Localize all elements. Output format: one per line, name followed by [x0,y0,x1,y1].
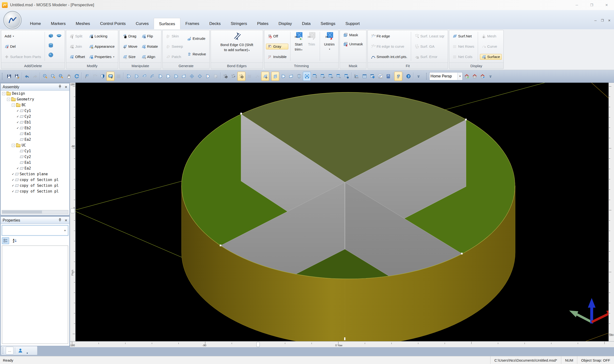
tab-plates[interactable]: Plates [252,18,274,29]
mdi-minimize-button[interactable]: ─ [594,19,597,22]
unmask-button[interactable]: ✘Unmask [341,41,365,47]
tree-item-bc[interactable]: -BC [1,102,69,108]
tree-item-ea2[interactable]: ✓Ea2 [1,166,69,171]
snap-cube-button[interactable] [394,72,402,81]
pts-fit-button[interactable]: ✕✕✕ [230,72,237,81]
save-as-button[interactable] [13,72,21,81]
assembly-close-icon[interactable]: ✕ [65,85,67,89]
tree-check-icon[interactable]: ✓ [16,126,20,130]
tree-item-ea1[interactable]: Ea1 [1,160,69,166]
table-dim-button[interactable] [327,72,335,81]
help-button[interactable]: ? [404,72,412,81]
alphabetical-sort-button[interactable]: AZ [11,237,18,244]
shield-button[interactable] [99,72,106,81]
tree-item-copy-of-section-pl[interactable]: ✓copy of Section pl [1,183,69,188]
window-close-button[interactable]: ✕ [599,0,614,10]
tree-item-eb2[interactable]: ✓Eb2 [1,125,69,131]
tree-item-cy2[interactable]: Cy2 [1,154,69,160]
add-button[interactable]: Add▾ [3,33,43,39]
scrollbar-thumb[interactable] [2,210,42,213]
smooth-int-ctrl-pts-button[interactable]: Smooth int.ctrl.pts. [369,54,409,60]
shield-panel-button[interactable] [303,72,311,81]
mdi-restore-button[interactable]: ❐ [601,19,604,22]
tree-item-ea2[interactable]: Ea2 [1,137,69,143]
surf-rows-button[interactable] [132,72,140,81]
off-button[interactable]: Off [266,33,288,39]
mask-button[interactable]: Mask [341,32,365,38]
chevron-down-icon[interactable]: ▼ [457,73,462,80]
fit-edge-button[interactable]: ✕✕✕Fit edge [369,33,409,39]
properties-close-icon[interactable]: ✕ [65,219,67,222]
properties-button[interactable]: iProperties▾ [87,54,116,60]
chart-axes-button[interactable] [353,72,361,81]
rotate-button[interactable]: Rotate [140,44,160,49]
table-shield-button[interactable] [342,72,350,81]
toolbar-grip[interactable] [2,73,4,80]
mesh-cell-button[interactable] [196,72,204,81]
surf-d2-button[interactable] [279,72,287,81]
surf-profile-button[interactable] [148,72,156,81]
extrude-button[interactable]: Extrude [185,36,208,41]
tab-markers[interactable]: Markers [46,18,70,29]
add-bowl-button[interactable] [55,32,63,40]
surface-button[interactable]: Surface [480,54,501,60]
flag-pts-button[interactable] [261,72,269,81]
3d-scene[interactable] [76,83,609,341]
tree-item-cy1[interactable]: Cy1 [1,148,69,154]
tree-item-design[interactable]: -Design [1,91,69,96]
status-object-snap[interactable]: Object Snap: OFF [577,356,614,364]
tree-expander-icon[interactable]: - [12,144,15,147]
flip-button[interactable]: HFlip [140,33,160,39]
tree-check-icon[interactable]: ✓ [12,190,15,193]
view-combobox[interactable]: ▼ [429,72,463,80]
tab-frames[interactable]: Frames [180,18,204,29]
offset-button[interactable]: Offset [68,54,87,60]
surf-corner2-button[interactable] [287,72,295,81]
tab-support[interactable]: Support [340,18,365,29]
tab-meshes[interactable]: Meshes [71,18,95,29]
bond-edge-c0-shift-to-add-surface-button[interactable]: Bond Edge C0 (Shiftto add surface)▾ [212,31,261,62]
chevron-down-icon[interactable]: ▼ [62,229,68,232]
render-view-button[interactable] [106,72,114,81]
surf-net-flag-button[interactable] [83,72,91,81]
properties-combobox-input[interactable] [2,226,62,234]
tab-data[interactable]: Data [297,18,316,29]
gray-button[interactable]: Gray [266,44,288,49]
pts-show-button[interactable]: ✕✕✕ [237,72,245,81]
more-button[interactable] [415,72,422,81]
pan-button[interactable] [65,72,73,81]
table-wave-button[interactable] [335,72,342,81]
tree-item-ea1[interactable]: Ea1 [1,131,69,137]
undo-button[interactable] [23,72,31,81]
surf-half-button[interactable] [140,72,148,81]
zoom-out-button[interactable] [49,72,57,81]
tab-stringers[interactable]: Stringers [226,18,252,29]
invisible-button[interactable]: Invisible [266,54,288,60]
locking-button[interactable]: Locking [87,33,116,39]
tree-item-cy2[interactable]: ✓Cy2 [1,114,69,119]
tree-expander-icon[interactable]: - [2,92,5,95]
surf-trim-button[interactable] [204,72,211,81]
assembly-tree-scrollbar[interactable] [2,210,68,214]
move-button[interactable]: Move [121,44,139,49]
tab-curves[interactable]: Curves [131,18,154,29]
calculator-button[interactable] [384,72,392,81]
view-combobox-input[interactable] [430,73,457,80]
shield-stripe-button[interactable] [295,72,303,81]
surf-net-button[interactable]: Surf.Net [451,33,476,39]
tab-settings[interactable]: Settings [316,18,340,29]
tree-check-icon[interactable]: ✓ [12,178,15,182]
tree-expander-icon[interactable]: - [7,98,10,101]
tab-control-points[interactable]: Control Points [95,18,131,29]
toolbar-grip[interactable] [3,347,4,354]
tree-item-copy-of-section-pl[interactable]: ✓copy of Section pl [1,177,69,183]
window-maximize-button[interactable]: ❐ [584,0,599,10]
more-button[interactable] [486,72,494,81]
pin-icon[interactable] [58,85,62,89]
properties-object-combobox[interactable]: ▼ [2,225,68,235]
table-pts-button[interactable]: ✕✕ [311,72,319,81]
add-cube-button[interactable] [47,32,55,40]
tree-check-icon[interactable]: ✓ [16,167,20,170]
table-curve-button[interactable] [319,72,327,81]
surf-fan-button[interactable] [124,72,132,81]
